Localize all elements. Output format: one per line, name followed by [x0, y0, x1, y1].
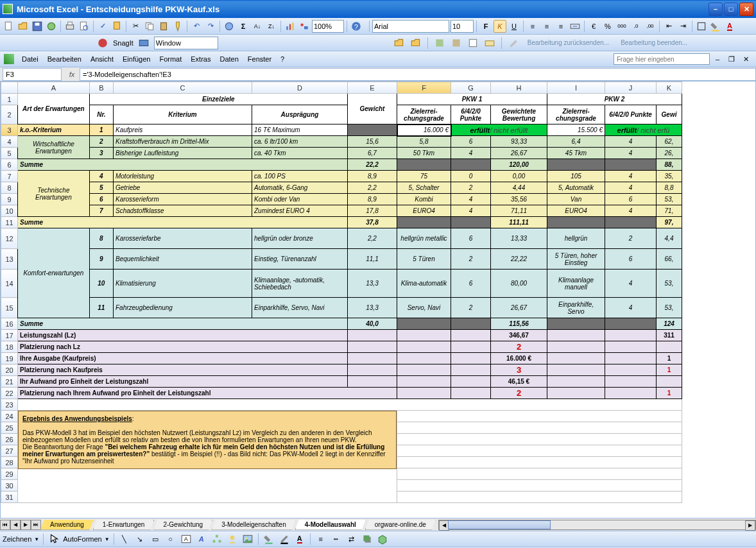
cell[interactable]: erfüllt / nicht erfü: [605, 124, 682, 135]
result-textbox[interactable]: Ergebnis des Anwendungsbeispiels: Das PK…: [18, 411, 397, 469]
sheet-tab-modelleigenschaften[interactable]: 3-Modelleigenschaften: [212, 520, 296, 530]
borders-icon[interactable]: [695, 20, 708, 33]
menu-fenster[interactable]: Fenster: [244, 54, 275, 64]
fill-color-draw-icon[interactable]: [262, 533, 275, 545]
doc-minimize-icon[interactable]: –: [711, 53, 724, 65]
cell[interactable]: 5, Automatik: [547, 182, 605, 193]
cell[interactable]: 6: [90, 194, 113, 205]
cell[interactable]: 9: [90, 249, 113, 269]
cell[interactable]: 2: [90, 136, 113, 147]
doc-restore-icon[interactable]: ❐: [725, 53, 738, 65]
row-header[interactable]: 21: [1, 376, 18, 388]
line-style-icon[interactable]: ≡: [314, 533, 327, 545]
cell[interactable]: 50 Tkm: [397, 148, 451, 158]
send-icon[interactable]: [483, 37, 496, 49]
cell[interactable]: 4: [605, 298, 656, 318]
cell[interactable]: Einzelziele: [90, 94, 347, 105]
row-header[interactable]: 11: [1, 217, 18, 228]
diagram-icon[interactable]: [210, 533, 223, 545]
cell[interactable]: 4: [451, 205, 490, 216]
cell[interactable]: 1: [657, 364, 682, 375]
cell[interactable]: 71,11: [491, 205, 547, 216]
cell[interactable]: 4: [605, 205, 656, 216]
cell[interactable]: 4: [90, 171, 113, 182]
increase-decimal-icon[interactable]: ,0: [630, 20, 642, 33]
redo-icon[interactable]: ↷: [204, 20, 217, 33]
cell[interactable]: 8,8: [657, 182, 682, 193]
cell[interactable]: 124: [657, 318, 682, 329]
rectangle-icon[interactable]: ▭: [149, 533, 162, 545]
cell[interactable]: Getriebe: [114, 182, 252, 193]
permissions-icon[interactable]: [45, 20, 58, 33]
row-header[interactable]: 22: [1, 388, 18, 399]
col-header-selected[interactable]: F: [397, 82, 451, 94]
cell[interactable]: Gewi: [657, 105, 682, 124]
menu-daten[interactable]: Daten: [216, 54, 242, 64]
cell[interactable]: 346,67: [491, 330, 547, 341]
cell[interactable]: Gewichtete Bewertung: [491, 105, 547, 124]
zeichnen-menu[interactable]: Zeichnen: [3, 535, 31, 543]
cell[interactable]: Ihr Aufwand pro Einheit der Leistungszah…: [18, 376, 347, 387]
cell[interactable]: 4: [605, 148, 656, 158]
cell[interactable]: hellgrün oder bronze: [252, 228, 347, 248]
undo-icon[interactable]: ↶: [190, 20, 203, 33]
cell[interactable]: Bequemlichkeit: [114, 249, 252, 269]
sheet-tab-orgware[interactable]: orgware-online.de: [365, 520, 436, 530]
spellcheck-icon[interactable]: ✓: [96, 20, 109, 33]
cell[interactable]: 5 Türen: [397, 249, 451, 269]
cell[interactable]: Wirtschaftliche Erwartungen: [18, 136, 89, 158]
cell[interactable]: 15,6: [348, 136, 397, 147]
menu-einfuegen[interactable]: Einfügen: [119, 54, 154, 64]
textbox-icon[interactable]: A: [180, 533, 193, 545]
cell[interactable]: erfüllt / nicht erfüllt: [451, 124, 547, 135]
sheet-tab-modellauswahl[interactable]: 4-Modellauswahl: [295, 520, 366, 530]
cell[interactable]: Einstieg, Türenanzahl: [252, 249, 347, 269]
cell[interactable]: 75: [397, 171, 451, 182]
cell[interactable]: Platzierung nach Lz: [18, 341, 347, 352]
doc-close-icon[interactable]: ✕: [739, 53, 752, 65]
font-color-draw-icon[interactable]: A: [293, 533, 306, 545]
cell[interactable]: 1: [90, 124, 113, 135]
col-header[interactable]: H: [491, 82, 547, 94]
cell[interactable]: Platzierung nach Ihrem Aufwand pro Einhe…: [18, 388, 397, 398]
cell[interactable]: 3: [491, 364, 547, 375]
cell[interactable]: 2,2: [348, 182, 397, 193]
tab-next-icon[interactable]: ▶: [21, 520, 31, 530]
cell[interactable]: hellgrün metallic: [397, 228, 451, 248]
percent-icon[interactable]: %: [601, 20, 614, 33]
cell[interactable]: 6/4/2/0 Punkte: [605, 105, 656, 124]
format-painter-icon[interactable]: [171, 20, 184, 33]
cell[interactable]: Art der Erwartungen: [18, 94, 89, 124]
oval-icon[interactable]: ○: [164, 533, 177, 545]
cell[interactable]: 46,15 €: [491, 376, 547, 387]
row-header[interactable]: 23: [1, 399, 18, 411]
cell[interactable]: Karosserieform: [114, 194, 252, 205]
cell[interactable]: 6,7: [348, 148, 397, 158]
cell[interactable]: 26,: [657, 148, 682, 158]
increase-indent-icon[interactable]: ⇥: [676, 20, 689, 33]
cell[interactable]: 105: [547, 171, 605, 182]
cell[interactable]: 53,: [657, 270, 682, 297]
wordart-icon[interactable]: A: [195, 533, 208, 545]
cell[interactable]: 2: [605, 228, 656, 248]
sort-asc-icon[interactable]: A↓: [251, 20, 264, 33]
cell[interactable]: [348, 124, 397, 135]
cell[interactable]: 13,3: [348, 270, 397, 297]
align-right-icon[interactable]: ≡: [554, 20, 567, 33]
cell[interactable]: 15.500 €: [547, 124, 605, 135]
cell[interactable]: Summe: [18, 217, 347, 228]
scroll-right-icon[interactable]: ▶: [745, 520, 755, 531]
row-header[interactable]: 28: [1, 457, 18, 468]
maximize-button[interactable]: □: [724, 3, 738, 16]
cell[interactable]: 13,33: [491, 228, 547, 248]
col-header[interactable]: D: [252, 82, 348, 94]
col-header[interactable]: B: [89, 82, 113, 94]
row-header[interactable]: 14: [1, 270, 18, 298]
new-folder-icon[interactable]: [393, 37, 406, 49]
menu-bearbeiten[interactable]: Bearbeiten: [44, 54, 85, 64]
cell[interactable]: 4,4: [657, 228, 682, 248]
cell[interactable]: 6,4: [547, 136, 605, 147]
sheet-tab-anwendung[interactable]: Anwendung: [40, 520, 94, 530]
cell[interactable]: 8,9: [348, 194, 397, 205]
cell[interactable]: Ihre Ausgabe (Kaufpreis): [18, 353, 347, 364]
